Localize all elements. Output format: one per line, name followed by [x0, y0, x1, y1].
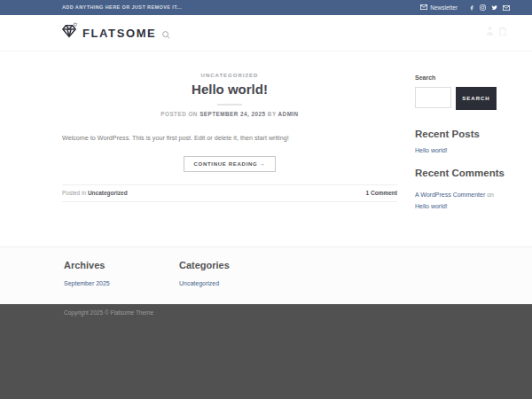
comment-author-link[interactable]: A WordPress Commenter	[415, 192, 485, 198]
recent-posts-title: Recent Posts	[415, 129, 514, 139]
recent-post-link[interactable]: Hello world!	[415, 147, 514, 153]
posted-in-category-link[interactable]: Uncategorized	[88, 190, 128, 196]
twitter-icon[interactable]	[491, 4, 497, 11]
sidebar: Search SEARCH Recent Posts Hello world! …	[415, 51, 514, 212]
categories-title: Categories	[179, 260, 230, 270]
newsletter-envelope-icon	[420, 4, 427, 11]
post-excerpt: Welcome to WordPress. This is your first…	[62, 134, 397, 144]
footer-categories-widget: Categories Uncategorized	[179, 247, 230, 286]
page: ADD ANYTHING HERE OR JUST REMOVE IT... N…	[0, 0, 532, 399]
archives-title: Archives	[64, 260, 110, 270]
site-logo[interactable]: FLATSOME	[60, 22, 156, 43]
post-category[interactable]: UNCATEGORIZED	[62, 73, 397, 78]
post-article: UNCATEGORIZED Hello world! POSTED ON SEP…	[62, 51, 397, 202]
footer-archives-widget: Archives September 2025	[64, 247, 110, 286]
logo-text: FLATSOME	[82, 27, 156, 40]
post-button-row: CONTINUE READING →	[62, 153, 397, 172]
posted-in: Posted in Uncategorized	[62, 190, 128, 196]
comment-count-link[interactable]: 1 Comment	[366, 190, 397, 196]
comment-post-link[interactable]: Hello world!	[415, 203, 448, 209]
site-header: FLATSOME	[0, 15, 532, 51]
header-secondary-icons[interactable]	[486, 26, 507, 36]
cart-icon	[498, 26, 507, 36]
email-icon[interactable]	[503, 5, 510, 11]
recent-comments-title: Recent Comments	[415, 168, 514, 178]
topbar: ADD ANYTHING HERE OR JUST REMOVE IT... N…	[0, 0, 532, 15]
category-link[interactable]: Uncategorized	[179, 280, 230, 286]
post-date-link[interactable]: SEPTEMBER 24, 2025	[200, 111, 265, 117]
facebook-icon[interactable]	[469, 4, 474, 11]
post-divider	[217, 104, 242, 106]
archive-link[interactable]: September 2025	[64, 280, 110, 286]
topbar-right: Newsletter	[420, 0, 510, 15]
search-widget: SEARCH	[415, 87, 514, 110]
topbar-message: ADD ANYTHING HERE OR JUST REMOVE IT...	[62, 0, 182, 15]
account-icon	[486, 26, 494, 36]
newsletter-link[interactable]: Newsletter	[420, 4, 458, 11]
newsletter-label: Newsletter	[430, 4, 458, 11]
post-meta-line: POSTED ON SEPTEMBER 24, 2025 BY ADMIN	[62, 111, 397, 117]
post-footer-meta: Posted in Uncategorized 1 Comment	[62, 184, 397, 202]
search-icon[interactable]	[161, 27, 171, 43]
post-title[interactable]: Hello world!	[62, 82, 397, 97]
recent-comment-item: A WordPress Commenter on Hello world!	[415, 189, 514, 212]
social-icons	[469, 4, 510, 11]
instagram-icon[interactable]	[480, 4, 486, 11]
footer-widgets: Archives September 2025 Categories Uncat…	[0, 246, 532, 304]
posted-in-label: Posted in	[62, 190, 86, 196]
absolute-footer: Copyright 2025 © Flatsome Theme	[0, 304, 532, 399]
search-button[interactable]: SEARCH	[456, 87, 497, 110]
copyright-text: Copyright 2025 © Flatsome Theme	[64, 309, 153, 316]
post-author-link[interactable]: ADMIN	[278, 111, 299, 117]
search-widget-title: Search	[415, 74, 514, 81]
comment-connector: on	[487, 192, 494, 198]
flatsome-gem-icon	[60, 22, 78, 43]
search-input[interactable]	[415, 87, 451, 108]
continue-reading-button[interactable]: CONTINUE READING →	[184, 156, 277, 172]
posted-by-label: BY	[268, 111, 277, 117]
posted-on-label: POSTED ON	[160, 111, 198, 117]
